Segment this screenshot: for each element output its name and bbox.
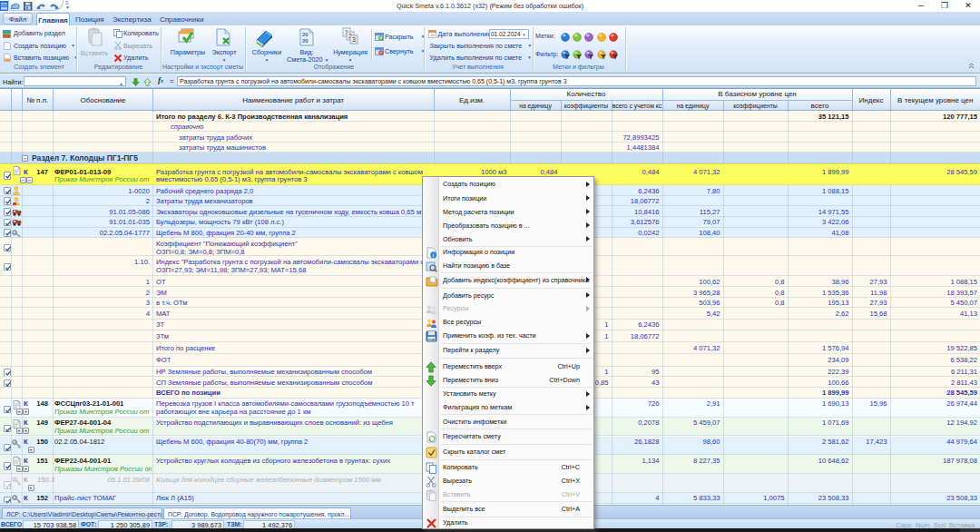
svg-text:3: 3 [352,36,356,43]
svg-text:20: 20 [302,32,309,37]
svg-text:i: i [433,251,435,258]
svg-text:каф: каф [428,337,436,341]
svg-text:20: 20 [302,38,309,44]
